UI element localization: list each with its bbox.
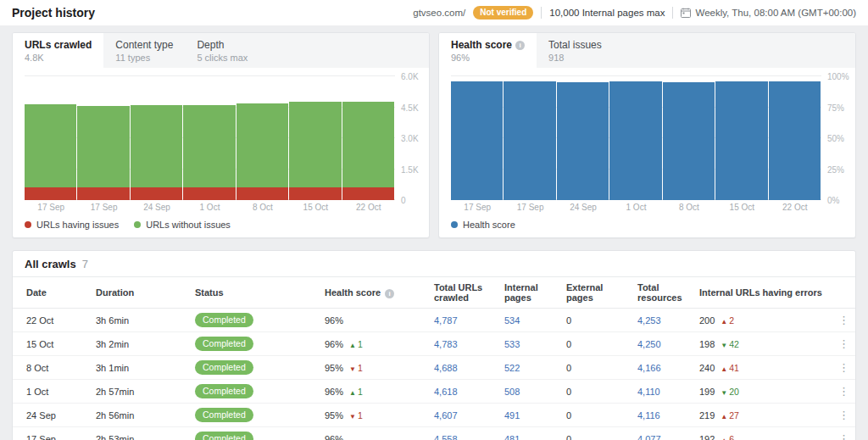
errors-cell: 199▼20 [693, 380, 832, 404]
bar-24-sep[interactable] [557, 76, 609, 200]
bar-15-oct[interactable] [289, 76, 342, 200]
bar-17-sep[interactable] [451, 76, 504, 200]
bar-8-oct[interactable] [236, 76, 289, 200]
tab-depth[interactable]: Depth5 clicks max [185, 33, 259, 68]
info-icon[interactable]: i [385, 289, 394, 298]
total-urls-cell[interactable]: 4,787 [427, 309, 498, 332]
total-urls-cell[interactable]: 4,558 [427, 427, 498, 440]
tab-value: 918 [548, 53, 602, 63]
internal-pages-cell[interactable]: 522 [498, 356, 559, 380]
bar-1-oct[interactable] [183, 76, 236, 200]
total-urls-cell-link[interactable]: 4,607 [434, 410, 458, 421]
segment-urls-having-issues [25, 187, 76, 200]
topbar: Project history gtvseo.com/ Not verified… [0, 0, 868, 25]
kebab-menu-icon[interactable]: ⋮ [832, 427, 855, 440]
total-urls-cell[interactable]: 4,783 [427, 332, 498, 356]
tab-label: URLs crawled [25, 39, 92, 51]
x-axis-tick: 17 Sep [77, 203, 130, 212]
info-icon[interactable]: i [515, 41, 525, 50]
segment-health-score [769, 81, 821, 200]
bar-24-sep[interactable] [131, 76, 183, 200]
kebab-menu-icon[interactable]: ⋮ [832, 356, 855, 380]
tab-total-issues[interactable]: Total issues918 [537, 33, 614, 68]
internal-pages-cell-link[interactable]: 533 [504, 339, 520, 349]
bar-17-sep[interactable] [77, 76, 130, 200]
date-cell: 24 Sep [13, 404, 89, 427]
crawl-schedule[interactable]: Weekly, Thu, 08:00 AM (GMT+00:00) [681, 8, 856, 18]
column-label: Total URLs crawled [434, 282, 482, 303]
total-urls-cell-link[interactable]: 4,688 [434, 363, 458, 373]
tab-content-type[interactable]: Content type11 types [103, 33, 185, 68]
arrow-up-icon: ▲ [721, 413, 727, 421]
errors-cell: 219▲27 [693, 404, 832, 427]
internal-pages-cell-link[interactable]: 508 [504, 387, 520, 397]
health-chart-legend: Health score [451, 220, 855, 230]
total-resources-link[interactable]: 4,116 [637, 410, 660, 421]
internal-pages-cell[interactable]: 533 [498, 332, 559, 356]
calendar-icon [681, 8, 691, 18]
total-resources-cell[interactable]: 4,116 [631, 404, 693, 427]
internal-pages-cell-link[interactable]: 534 [504, 315, 520, 326]
column-label: Internal URLs having errors [699, 287, 822, 298]
arrow-up-icon: ▲ [721, 318, 727, 326]
total-resources-cell[interactable]: 4,110 [631, 380, 693, 404]
bar-17-sep[interactable] [504, 76, 556, 200]
total-urls-cell[interactable]: 4,688 [427, 356, 498, 380]
kebab-menu-icon[interactable]: ⋮ [832, 332, 855, 356]
total-urls-cell-link[interactable]: 4,558 [434, 434, 458, 440]
tab-urls-crawled[interactable]: URLs crawled4.8K [13, 33, 103, 68]
kebab-menu-icon[interactable]: ⋮ [832, 404, 855, 427]
y-axis-tick: 1.5K [401, 164, 419, 174]
date-cell: 1 Oct [13, 380, 89, 404]
project-domain[interactable]: gtvseo.com/ [413, 8, 465, 18]
internal-pages-cell-link[interactable]: 481 [504, 434, 520, 440]
kebab-menu-icon[interactable]: ⋮ [832, 380, 855, 404]
bar-22-oct[interactable] [342, 76, 395, 200]
internal-pages-cell[interactable]: 508 [498, 380, 559, 404]
internal-pages-cell[interactable]: 491 [498, 404, 559, 427]
column-label: Status [195, 287, 224, 298]
internal-pages-cell[interactable]: 534 [498, 309, 559, 332]
errors-cell: 198▼42 [693, 332, 832, 356]
bar-22-oct[interactable] [769, 76, 821, 200]
kebab-menu-icon[interactable]: ⋮ [832, 309, 855, 332]
status-badge: Completed [195, 360, 253, 375]
delta-down: ▼1 [349, 363, 363, 373]
tab-label: Total issues [548, 39, 602, 51]
total-resources-link[interactable]: 4,077 [637, 434, 661, 440]
total-urls-cell-link[interactable]: 4,783 [434, 339, 458, 349]
total-resources-link[interactable]: 4,166 [637, 363, 661, 373]
segment-urls-without-issues [77, 106, 129, 187]
bar-8-oct[interactable] [663, 76, 715, 200]
total-resources-cell[interactable]: 4,253 [631, 309, 693, 332]
segment-health-score [609, 81, 661, 200]
internal-pages-cell[interactable]: 481 [498, 427, 559, 440]
segment-health-score [715, 81, 767, 200]
x-axis-tick: 24 Sep [131, 203, 183, 212]
total-resources-link[interactable]: 4,250 [637, 339, 661, 349]
bar-17-sep[interactable] [25, 76, 77, 200]
total-urls-cell-link[interactable]: 4,618 [434, 387, 458, 397]
bar-15-oct[interactable] [715, 76, 768, 200]
tab-label: Health score [451, 39, 512, 51]
crawl-row: 22 Oct3h 6minCompleted96%4,78753404,2532… [13, 309, 855, 332]
delta-down: ▼42 [721, 339, 739, 349]
total-resources-cell[interactable]: 4,077 [631, 427, 693, 440]
total-resources-link[interactable]: 4,110 [637, 387, 660, 397]
total-resources-cell[interactable]: 4,250 [631, 332, 693, 356]
internal-pages-cell-link[interactable]: 522 [504, 363, 520, 373]
internal-pages-cell-link[interactable]: 491 [504, 410, 520, 421]
total-resources-cell[interactable]: 4,166 [631, 356, 693, 380]
total-urls-cell[interactable]: 4,607 [427, 404, 498, 427]
external-pages-cell: 0 [559, 332, 631, 356]
total-resources-link[interactable]: 4,253 [637, 315, 661, 326]
bar-1-oct[interactable] [609, 76, 662, 200]
page-title: Project history [12, 6, 95, 19]
errors-cell: 240▲41 [693, 356, 832, 380]
all-crawls-card: All crawls7 DateDurationStatusHealth sco… [12, 250, 856, 440]
total-urls-cell[interactable]: 4,618 [427, 380, 498, 404]
duration-cell: 3h 2min [89, 332, 188, 356]
total-urls-cell-link[interactable]: 4,787 [434, 315, 458, 326]
status-cell: Completed [188, 380, 318, 404]
tab-health-score[interactable]: Health scorei96% [439, 33, 537, 68]
